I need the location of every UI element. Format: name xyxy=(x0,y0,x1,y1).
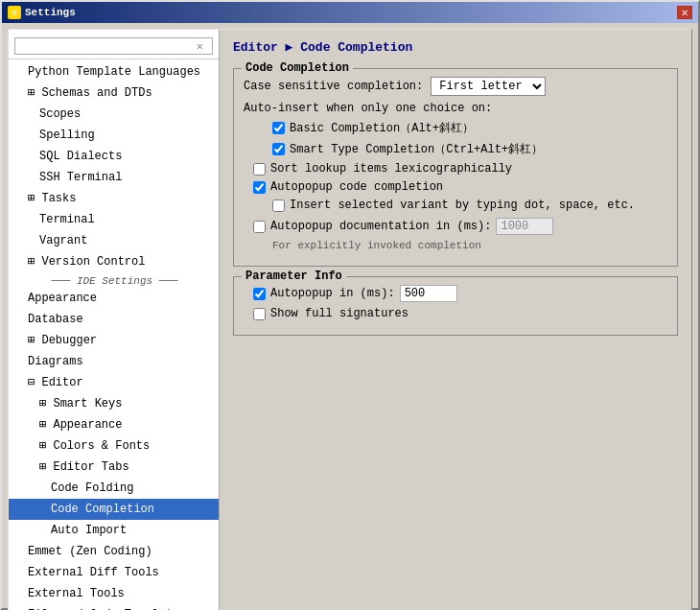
panel-header-part1: Editor xyxy=(233,40,278,55)
autopopup-doc-input[interactable] xyxy=(496,218,553,235)
insert-variant-row: Insert selected variant by typing dot, s… xyxy=(244,199,667,212)
sidebar-item-diagrams[interactable]: Diagrams xyxy=(9,351,219,372)
search-clear-icon[interactable]: ✕ xyxy=(197,39,203,54)
panel-header-arrow: ▶ xyxy=(278,40,300,55)
parameter-info-section: Parameter Info Autopopup in (ms): Show f… xyxy=(233,276,678,336)
sidebar-item-external-diff[interactable]: External Diff Tools xyxy=(9,562,219,583)
sidebar-item-code-completion[interactable]: Code Completion xyxy=(9,499,219,520)
sidebar-item-ssh-terminal[interactable]: SSH Terminal xyxy=(9,167,219,188)
window-content: ✕ Python Template Languages ⊞ Schemas an… xyxy=(2,23,698,610)
for-explicitly-label: For explicitly invoked completion xyxy=(244,240,667,251)
case-sensitive-label: Case sensitive completion: xyxy=(244,80,423,93)
autopopup-doc-row: Autopopup documentation in (ms): xyxy=(244,218,667,235)
sidebar-item-scopes[interactable]: Scopes xyxy=(9,104,219,125)
panel-header: Editor ▶ Code Completion xyxy=(233,39,678,59)
sidebar-item-debugger[interactable]: ⊞ Debugger xyxy=(9,330,219,351)
sidebar-item-vagrant[interactable]: Vagrant xyxy=(9,230,219,251)
code-completion-label: Code Completion xyxy=(242,61,353,75)
param-autopopup-row: Autopopup in (ms): xyxy=(244,285,667,302)
panel-header-part2: Code Completion xyxy=(300,40,412,55)
param-autopopup-input[interactable] xyxy=(400,285,457,302)
basic-completion-label: Basic Completion（Alt+斜杠） xyxy=(290,120,474,136)
sidebar-item-auto-import[interactable]: Auto Import xyxy=(9,520,219,541)
sort-lookup-checkbox[interactable] xyxy=(253,163,266,176)
sidebar-item-editor-appearance[interactable]: ⊞ Appearance xyxy=(9,414,219,435)
show-full-label: Show full signatures xyxy=(270,307,408,320)
case-sensitive-select[interactable]: First letter All None xyxy=(431,77,546,96)
search-input[interactable] xyxy=(14,37,213,55)
title-bar-text: ⚙ Settings xyxy=(8,6,76,19)
param-autopopup-label: Autopopup in (ms): xyxy=(270,287,395,300)
autopopup-label: Autopopup code completion xyxy=(270,180,443,194)
basic-completion-row: Basic Completion（Alt+斜杠） xyxy=(244,120,667,136)
sidebar-item-colors-fonts[interactable]: ⊞ Colors & Fonts xyxy=(9,435,219,457)
sidebar: ✕ Python Template Languages ⊞ Schemas an… xyxy=(9,30,220,610)
basic-completion-checkbox[interactable] xyxy=(272,122,285,134)
autopopup-doc-container: Autopopup documentation in (ms): For exp… xyxy=(244,218,667,251)
ide-settings-group: ─── IDE Settings ─── xyxy=(9,272,219,288)
sidebar-item-version-control[interactable]: ⊞ Version Control xyxy=(9,251,219,272)
autopopup-doc-checkbox[interactable] xyxy=(253,221,266,233)
insert-variant-label: Insert selected variant by typing dot, s… xyxy=(290,199,635,212)
autopopup-checkbox[interactable] xyxy=(253,181,266,194)
right-panel: Editor ▶ Code Completion Code Completion… xyxy=(220,30,691,610)
settings-icon: ⚙ xyxy=(8,6,21,19)
insert-variant-checkbox[interactable] xyxy=(272,199,285,212)
sidebar-item-appearance[interactable]: Appearance xyxy=(9,288,219,309)
sidebar-item-database[interactable]: Database xyxy=(9,309,219,330)
sort-lookup-label: Sort lookup items lexicographically xyxy=(270,162,512,176)
sidebar-item-tasks[interactable]: ⊞ Tasks xyxy=(9,188,219,209)
search-container: ✕ xyxy=(9,34,219,59)
autopopup-row: Autopopup code completion xyxy=(244,180,667,194)
smart-type-checkbox[interactable] xyxy=(272,143,285,155)
window-title: Settings xyxy=(25,7,76,18)
autopopup-doc-label: Autopopup documentation in (ms): xyxy=(270,220,491,233)
sidebar-item-code-folding[interactable]: Code Folding xyxy=(9,478,219,499)
code-completion-section: Code Completion Case sensitive completio… xyxy=(233,68,678,267)
sidebar-item-spelling[interactable]: Spelling xyxy=(9,125,219,146)
smart-type-row: Smart Type Completion（Ctrl+Alt+斜杠） xyxy=(244,141,667,157)
main-area: ✕ Python Template Languages ⊞ Schemas an… xyxy=(8,29,692,610)
case-sensitive-row: Case sensitive completion: First letter … xyxy=(244,77,667,96)
smart-type-label: Smart Type Completion（Ctrl+Alt+斜杠） xyxy=(290,141,543,157)
auto-insert-label: Auto-insert when only one choice on: xyxy=(244,102,667,115)
sidebar-item-file-code-templates[interactable]: File and Code Templates xyxy=(9,604,219,610)
sidebar-item-external-tools[interactable]: External Tools xyxy=(9,583,219,604)
sidebar-item-editor-tabs[interactable]: ⊞ Editor Tabs xyxy=(9,457,219,478)
title-bar: ⚙ Settings ✕ xyxy=(2,2,698,23)
sidebar-item-emmet[interactable]: Emmet (Zen Coding) xyxy=(9,541,219,562)
settings-window: ⚙ Settings ✕ ✕ Python Template Languages… xyxy=(0,0,700,610)
sidebar-item-terminal[interactable]: Terminal xyxy=(9,209,219,230)
show-full-checkbox[interactable] xyxy=(253,308,266,320)
close-button[interactable]: ✕ xyxy=(677,6,692,19)
sidebar-item-python-template[interactable]: Python Template Languages xyxy=(9,61,219,82)
sidebar-item-smart-keys[interactable]: ⊞ Smart Keys xyxy=(9,393,219,414)
show-full-row: Show full signatures xyxy=(244,307,667,320)
sidebar-item-sql-dialects[interactable]: SQL Dialects xyxy=(9,146,219,167)
sidebar-item-editor[interactable]: ⊟ Editor xyxy=(9,372,219,393)
parameter-info-label: Parameter Info xyxy=(242,270,346,283)
sort-lookup-row: Sort lookup items lexicographically xyxy=(244,162,667,176)
param-autopopup-checkbox[interactable] xyxy=(253,288,266,300)
sidebar-item-schemas[interactable]: ⊞ Schemas and DTDs xyxy=(9,82,219,104)
